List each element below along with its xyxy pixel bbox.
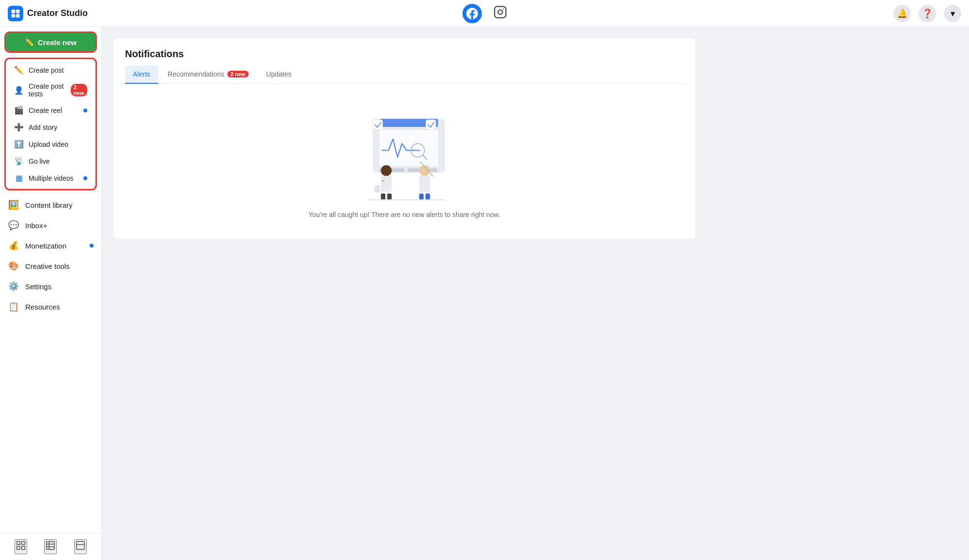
sidebar-inbox-label: Inbox+: [25, 221, 47, 230]
sidebar-item-creative-tools[interactable]: 🎨 Creative tools: [0, 256, 101, 276]
svg-rect-19: [380, 130, 438, 166]
app-body: ✏️ Create new ✏️ Create post 👤 Create po…: [0, 27, 969, 560]
create-new-button[interactable]: ✏️ Create new: [6, 33, 95, 51]
svg-rect-37: [419, 176, 430, 192]
sidebar-creative-tools-label: Creative tools: [25, 262, 70, 270]
inbox-icon: 💬: [8, 220, 19, 231]
svg-rect-9: [17, 546, 20, 549]
content-library-icon: 🖼️: [8, 200, 19, 210]
add-story-icon: ➕: [14, 123, 24, 132]
create-post-tests-icon: 👤: [14, 86, 24, 95]
sidebar-nav: 🖼️ Content library 💬 Inbox+ 💰 Monetizati…: [0, 191, 101, 533]
svg-rect-34: [387, 194, 392, 200]
create-dropdown-menu: ✏️ Create post 👤 Create post tests 2 new…: [6, 59, 95, 189]
tab-recommendations[interactable]: Recommendations 2 new: [160, 65, 256, 84]
header-left: Creator Studio: [8, 6, 88, 21]
footer-card-btn[interactable]: [74, 539, 87, 554]
notifications-header: Notifications Alerts Recommendations 2 n…: [113, 39, 695, 84]
create-reel-dot: [83, 109, 87, 112]
svg-rect-4: [494, 6, 506, 17]
tab-alerts[interactable]: Alerts: [125, 65, 158, 84]
create-post-icon: ✏️: [14, 65, 24, 75]
resources-icon: 📋: [8, 301, 19, 312]
svg-rect-2: [12, 14, 16, 17]
svg-rect-22: [373, 120, 382, 129]
creative-tools-icon: 🎨: [8, 261, 19, 271]
sidebar-item-inbox[interactable]: 💬 Inbox+: [0, 215, 101, 235]
account-dropdown-btn[interactable]: ▾: [944, 5, 961, 22]
instagram-platform-btn[interactable]: [493, 5, 507, 22]
sidebar-top: ✏️ Create new: [0, 27, 101, 57]
svg-rect-11: [47, 542, 55, 550]
sidebar-resources-label: Resources: [25, 303, 60, 311]
svg-rect-0: [12, 9, 16, 13]
tab-updates-label: Updates: [266, 70, 291, 78]
dropdown-item-go-live[interactable]: 📡 Go live: [6, 153, 95, 170]
svg-rect-32: [375, 186, 380, 193]
svg-rect-31: [393, 177, 397, 186]
upload-video-icon: ⬆️: [14, 140, 24, 149]
dropdown-multiple-videos-label: Multiple videos: [29, 174, 74, 182]
settings-icon: ⚙️: [8, 281, 19, 292]
svg-point-6: [503, 8, 504, 9]
dropdown-upload-video-label: Upload video: [29, 140, 68, 148]
tabs-bar: Alerts Recommendations 2 new Updates: [125, 65, 683, 84]
sidebar-item-settings[interactable]: ⚙️ Settings: [0, 276, 101, 296]
dropdown-create-reel-label: Create reel: [29, 107, 62, 114]
facebook-platform-btn[interactable]: [462, 4, 482, 23]
create-new-icon: ✏️: [25, 38, 34, 47]
header-right: 🔔 ❓ ▾: [893, 5, 961, 22]
dropdown-item-upload-video[interactable]: ⬆️ Upload video: [6, 136, 95, 153]
svg-rect-29: [382, 181, 385, 182]
footer-table-btn[interactable]: [44, 539, 57, 554]
sidebar-footer: [0, 533, 101, 560]
svg-rect-41: [419, 194, 424, 200]
dropdown-item-add-story[interactable]: ➕ Add story: [6, 119, 95, 136]
tab-recommendations-label: Recommendations: [168, 70, 224, 78]
multiple-videos-icon: ▦: [14, 173, 24, 183]
header-platform-switcher: [462, 4, 507, 23]
dropdown-item-multiple-videos[interactable]: ▦ Multiple videos: [6, 170, 95, 187]
dropdown-item-create-post-tests[interactable]: 👤 Create post tests 2 new: [6, 78, 95, 102]
sidebar-item-resources[interactable]: 📋 Resources: [0, 296, 101, 317]
svg-rect-3: [16, 14, 20, 17]
notifications-panel: Notifications Alerts Recommendations 2 n…: [113, 39, 695, 239]
dropdown-item-create-post[interactable]: ✏️ Create post: [6, 62, 95, 78]
dropdown-item-create-reel[interactable]: 🎬 Create reel: [6, 102, 95, 119]
svg-rect-42: [426, 194, 430, 200]
svg-point-26: [381, 165, 392, 176]
sidebar-content-library-label: Content library: [25, 201, 73, 209]
svg-rect-33: [381, 194, 385, 200]
help-btn[interactable]: ❓: [919, 5, 936, 22]
header: Creator Studio 🔔 ❓ ▾: [0, 0, 969, 27]
svg-rect-39: [430, 176, 434, 186]
svg-rect-28: [381, 176, 392, 192]
multiple-videos-dot: [83, 176, 87, 180]
svg-rect-8: [22, 542, 25, 544]
app-title: Creator Studio: [27, 8, 88, 18]
tab-alerts-label: Alerts: [133, 70, 150, 78]
notifications-bell-btn[interactable]: 🔔: [893, 5, 911, 22]
monetization-dot: [90, 244, 94, 248]
svg-point-5: [498, 10, 502, 14]
creator-studio-logo: [8, 6, 23, 21]
dropdown-add-story-label: Add story: [29, 124, 57, 131]
footer-grid-btn[interactable]: [15, 539, 27, 554]
dropdown-create-post-label: Create post: [29, 66, 64, 74]
empty-state-illustration: [341, 104, 467, 201]
sidebar-item-monetization[interactable]: 💰 Monetization: [0, 235, 101, 256]
create-reel-icon: 🎬: [14, 106, 24, 115]
sidebar: ✏️ Create new ✏️ Create post 👤 Create po…: [0, 27, 102, 560]
svg-rect-7: [17, 542, 20, 544]
sidebar-item-content-library[interactable]: 🖼️ Content library: [0, 195, 101, 215]
svg-rect-38: [414, 177, 418, 186]
tab-updates[interactable]: Updates: [258, 65, 299, 84]
main-content: Notifications Alerts Recommendations 2 n…: [102, 27, 969, 560]
recommendations-badge: 2 new: [227, 71, 249, 78]
go-live-icon: 📡: [14, 156, 24, 166]
monetization-icon: 💰: [8, 240, 19, 251]
empty-state-message: You're all caught up! There are no new a…: [308, 211, 500, 218]
svg-rect-23: [426, 120, 436, 129]
create-new-label: Create new: [38, 38, 77, 47]
svg-rect-1: [16, 9, 20, 13]
